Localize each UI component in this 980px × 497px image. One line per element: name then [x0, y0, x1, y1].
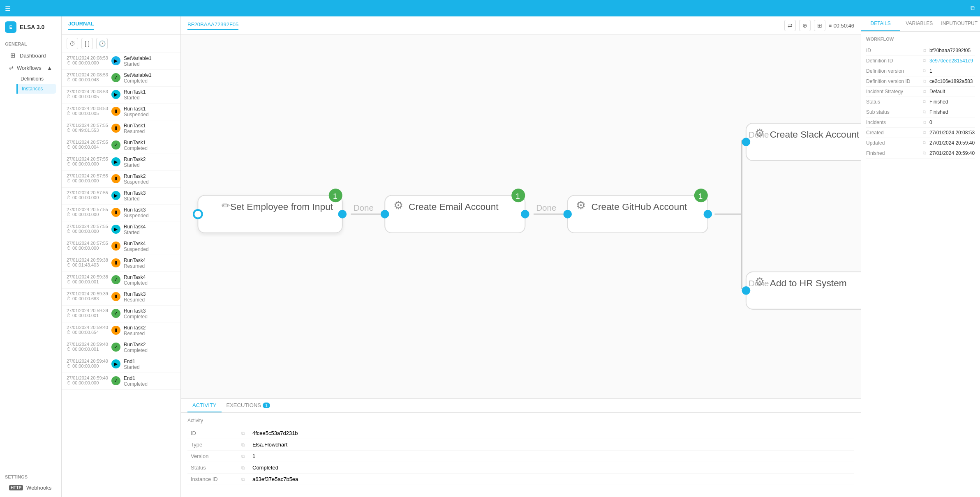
entry-duration: ⏱ 00:01:43.403 — [67, 262, 108, 267]
general-section-label: General — [5, 41, 56, 46]
copy-icon[interactable]: ⧉ — [923, 150, 926, 156]
logo-icon: E — [5, 21, 16, 33]
copy-icon[interactable]: ⧉ — [241, 442, 245, 448]
entry-status: Suspended — [124, 246, 149, 252]
journal-entry: 27/01/2024 20:59:40 ⏱ 00:00:00.654 ⏸ Run… — [62, 322, 180, 339]
copy-icon[interactable]: ⧉ — [241, 465, 245, 471]
entry-status: Completed — [124, 145, 148, 151]
sidebar-item-definitions[interactable]: Definitions — [16, 74, 56, 84]
entry-name: RunTask4 — [124, 258, 146, 263]
entry-status: Started — [124, 196, 146, 202]
svg-text:Done: Done — [749, 278, 769, 288]
entry-name: SetVariable1 — [124, 72, 152, 78]
entry-datetime: 27/01/2024 20:59:38 — [67, 274, 108, 279]
entry-duration: ⏱ 00:00:00.000 — [67, 60, 108, 65]
tab-details[interactable]: DETAILS — [861, 16, 900, 31]
window-icon[interactable]: ⧉ — [971, 5, 975, 12]
copy-icon[interactable]: ⧉ — [241, 430, 245, 436]
canvas-btn-2[interactable]: ⊕ — [799, 20, 811, 31]
entry-dot: ✓ — [111, 376, 120, 385]
journal-clock-btn[interactable]: 🕐 — [96, 38, 108, 49]
journal-title: JOURNAL — [68, 21, 94, 30]
entry-datetime: 27/01/2024 20:57:55 — [67, 173, 108, 178]
copy-icon[interactable]: ⧉ — [923, 130, 926, 135]
entry-datetime: 27/01/2024 20:59:40 — [67, 342, 108, 347]
entry-datetime: 27/01/2024 20:57:55 — [67, 207, 108, 212]
hamburger-menu-icon[interactable]: ☰ — [5, 5, 11, 12]
entry-datetime: 27/01/2024 20:08:53 — [67, 55, 108, 60]
entry-datetime: 27/01/2024 20:57:55 — [67, 241, 108, 246]
copy-icon[interactable]: ⧉ — [241, 476, 245, 482]
entry-datetime: 27/01/2024 20:08:53 — [67, 89, 108, 94]
svg-text:Done: Done — [749, 130, 769, 139]
entry-name: RunTask2 — [124, 156, 146, 162]
tab-activity[interactable]: ACTIVITY — [187, 399, 222, 412]
tab-variables[interactable]: VARIABLES — [900, 16, 938, 31]
journal-entry: 27/01/2024 20:57:55 ⏱ 00:00:00.000 ▶ Run… — [62, 221, 180, 238]
journal-bracket-btn[interactable]: [ ] — [81, 38, 93, 49]
journal-entry: 27/01/2024 20:08:53 ⏱ 00:00:00.005 ⏸ Run… — [62, 104, 180, 120]
entry-datetime: 27/01/2024 20:59:39 — [67, 291, 108, 296]
sidebar-item-instances[interactable]: Instances — [16, 84, 56, 94]
dashboard-icon: ⊞ — [9, 52, 16, 59]
copy-icon[interactable]: ⧉ — [923, 68, 926, 74]
sidebar-item-webhooks[interactable]: HTTP Webhooks — [5, 482, 56, 494]
tab-input-output[interactable]: INPUT/OUTPUT — [938, 16, 980, 31]
entry-name: RunTask4 — [124, 224, 146, 230]
executions-badge: 1 — [263, 403, 270, 408]
journal-filter-btn[interactable]: ⏱ — [67, 38, 78, 49]
entry-status: Resumed — [124, 297, 146, 303]
tab-executions[interactable]: EXECUTIONS 1 — [222, 399, 275, 412]
journal-entry: 27/01/2024 20:59:38 ⏱ 00:01:43.403 ⏸ Run… — [62, 255, 180, 272]
copy-icon[interactable]: ⧉ — [923, 78, 926, 84]
svg-point-23 — [563, 210, 572, 219]
right-content: Workflow ID ⧉ bf20baaa72392f05 Definitio… — [861, 32, 980, 497]
entry-name: RunTask2 — [124, 173, 149, 179]
entry-status: Completed — [124, 280, 148, 286]
canvas-btn-1[interactable]: ⇄ — [784, 20, 796, 31]
entry-datetime: 27/01/2024 20:59:40 — [67, 375, 108, 380]
copy-icon[interactable]: ⧉ — [923, 99, 926, 104]
canvas-time: ≡ 00:50:46 — [829, 23, 854, 29]
entry-duration: ⏱ 00:00:00.000 — [67, 178, 108, 183]
svg-text:Create GitHub Account: Create GitHub Account — [592, 201, 687, 212]
logo-text: ELSA 3.0 — [20, 24, 44, 30]
svg-text:Done: Done — [536, 203, 556, 212]
detail-key: Definition version ID — [866, 78, 920, 84]
copy-icon[interactable]: ⧉ — [923, 48, 926, 53]
detail-value[interactable]: 3e970eee281541c9 — [929, 58, 975, 64]
activity-key: ID — [187, 428, 237, 439]
svg-text:✏: ✏ — [222, 200, 230, 211]
detail-row: ID ⧉ bf20baaa72392f05 — [866, 46, 975, 56]
detail-key: Definition ID — [866, 58, 920, 64]
entry-dot: ✓ — [111, 140, 120, 150]
copy-icon[interactable]: ⧉ — [241, 453, 245, 459]
copy-icon[interactable]: ⧉ — [923, 109, 926, 115]
entry-duration: ⏱ 00:00:00.654 — [67, 330, 108, 335]
activity-value: Elsa.Flowchart — [249, 439, 854, 451]
copy-icon[interactable]: ⧉ — [923, 120, 926, 125]
journal-entry: 27/01/2024 20:57:55 ⏱ 00:00:00.000 ⏸ Run… — [62, 238, 180, 255]
workflow-canvas[interactable]: ✏ Set Employee from Input 1 Done ⚙ Creat… — [181, 35, 861, 398]
time-value: 00:50:46 — [833, 23, 854, 29]
detail-value: Finished — [929, 109, 975, 115]
entry-status: Suspended — [124, 179, 149, 185]
entry-status: Started — [124, 230, 146, 235]
entry-status: Started — [124, 364, 140, 370]
entry-datetime: 27/01/2024 20:08:53 — [67, 72, 108, 77]
entry-name: RunTask1 — [124, 140, 148, 145]
canvas-btn-3[interactable]: ⊞ — [814, 20, 825, 31]
sidebar-item-workflows[interactable]: ⇄ Workflows ▲ — [5, 62, 56, 74]
entry-duration: ⏱ 00:00:00.000 — [67, 364, 108, 368]
entry-duration: ⏱ 00:00:00.001 — [67, 347, 108, 352]
bottom-tabs: ACTIVITY EXECUTIONS 1 — [181, 399, 861, 413]
detail-row: Created ⧉ 27/01/2024 20:08:53 — [866, 128, 975, 138]
sidebar-item-dashboard[interactable]: ⊞ Dashboard — [5, 49, 56, 62]
copy-icon[interactable]: ⧉ — [923, 58, 926, 63]
entry-dot: ✓ — [111, 343, 120, 352]
journal-list: 27/01/2024 20:08:53 ⏱ 00:00:00.000 ▶ Set… — [62, 53, 180, 497]
copy-icon[interactable]: ⧉ — [923, 140, 926, 145]
copy-icon[interactable]: ⧉ — [923, 89, 926, 94]
sidebar-workflows: ⇄ Workflows ▲ Definitions Instances — [5, 62, 56, 94]
entry-name: RunTask4 — [124, 274, 148, 280]
